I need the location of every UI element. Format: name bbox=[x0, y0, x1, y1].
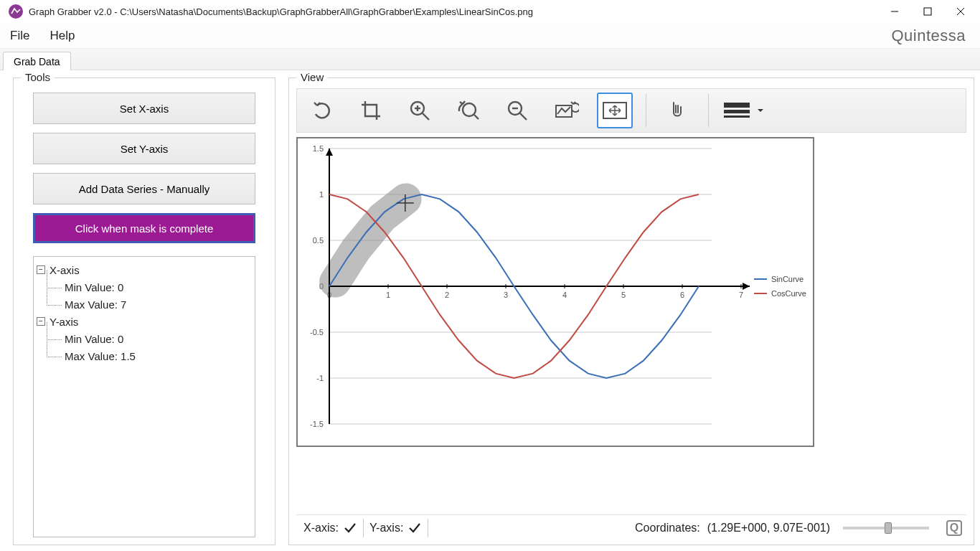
tree-y-axis[interactable]: − Y-axis bbox=[37, 313, 252, 330]
view-legend: View bbox=[296, 71, 328, 83]
set-y-axis-button[interactable]: Set Y-axis bbox=[33, 133, 255, 164]
app-icon bbox=[9, 4, 23, 19]
svg-text:6: 6 bbox=[680, 291, 684, 299]
svg-text:1.5: 1.5 bbox=[313, 144, 324, 153]
svg-rect-16 bbox=[724, 110, 750, 113]
close-button[interactable] bbox=[944, 0, 977, 23]
zoom-out-icon[interactable] bbox=[499, 93, 535, 128]
toolbar-separator bbox=[708, 94, 709, 127]
svg-text:3: 3 bbox=[504, 291, 508, 299]
status-y-label: Y-axis: bbox=[369, 522, 403, 534]
titlebar: Graph Grabber v2.0 - C:\Users\Natasha\Do… bbox=[0, 0, 980, 23]
svg-point-8 bbox=[463, 103, 476, 116]
zoom-in-icon[interactable] bbox=[402, 93, 438, 128]
svg-line-9 bbox=[474, 115, 479, 119]
tabstrip: Grab Data bbox=[0, 49, 980, 70]
svg-line-11 bbox=[520, 113, 527, 120]
brand-logo: Quintessa bbox=[891, 27, 970, 45]
tab-grab-data[interactable]: Grab Data bbox=[3, 52, 71, 70]
mask-complete-button[interactable]: Click when mask is complete bbox=[33, 213, 255, 243]
collapse-icon[interactable]: − bbox=[37, 265, 45, 274]
chart-canvas[interactable]: -1.5-1-0.500.511.501234567SinCurveCosCur… bbox=[296, 137, 814, 447]
quintessa-icon: Q bbox=[946, 520, 962, 536]
zoom-reset-icon[interactable] bbox=[451, 93, 486, 128]
svg-text:-1: -1 bbox=[316, 374, 324, 382]
axis-tree: − X-axis Min Value: 0 Max Value: 7 − Y-a… bbox=[33, 256, 255, 537]
coords-label: Coordinates: bbox=[635, 522, 700, 534]
line-weight-menu-icon[interactable] bbox=[722, 93, 765, 128]
collapse-icon[interactable]: − bbox=[37, 317, 45, 326]
svg-rect-15 bbox=[724, 103, 750, 108]
menubar: File Help Quintessa bbox=[0, 23, 980, 49]
status-x-label: X-axis: bbox=[303, 522, 339, 534]
svg-text:-1.5: -1.5 bbox=[310, 420, 324, 428]
window-title: Graph Grabber v2.0 - C:\Users\Natasha\Do… bbox=[29, 6, 878, 17]
toolbar-separator bbox=[646, 94, 646, 127]
svg-line-5 bbox=[423, 113, 429, 120]
menu-file[interactable]: File bbox=[10, 29, 29, 43]
tree-x-axis[interactable]: − X-axis bbox=[37, 261, 252, 278]
svg-text:-0.5: -0.5 bbox=[310, 328, 324, 336]
refresh-chart-icon[interactable] bbox=[548, 93, 584, 128]
svg-text:CosCurve: CosCurve bbox=[771, 289, 806, 298]
svg-text:SinCurve: SinCurve bbox=[771, 275, 804, 283]
svg-text:2: 2 bbox=[445, 291, 449, 299]
svg-text:4: 4 bbox=[562, 291, 567, 299]
tools-legend: Tools bbox=[21, 71, 55, 83]
view-panel: View bbox=[288, 77, 974, 545]
tree-x-max[interactable]: Max Value: 7 bbox=[47, 296, 252, 313]
svg-text:0.5: 0.5 bbox=[313, 236, 324, 245]
coords-value: (1.29E+000, 9.07E-001) bbox=[707, 522, 830, 534]
maximize-button[interactable] bbox=[911, 0, 944, 23]
svg-rect-17 bbox=[724, 116, 750, 118]
svg-text:5: 5 bbox=[621, 291, 626, 299]
svg-text:1: 1 bbox=[319, 190, 324, 199]
check-icon bbox=[407, 522, 422, 534]
crop-icon[interactable] bbox=[353, 93, 389, 128]
tree-y-min[interactable]: Min Value: 0 bbox=[47, 330, 252, 347]
fit-view-icon[interactable] bbox=[597, 93, 633, 128]
slider-thumb[interactable] bbox=[885, 522, 892, 534]
svg-rect-1 bbox=[924, 8, 931, 15]
view-toolbar bbox=[296, 88, 966, 133]
menu-help[interactable]: Help bbox=[50, 29, 75, 43]
minimize-button[interactable] bbox=[878, 0, 911, 23]
tree-y-max[interactable]: Max Value: 1.5 bbox=[47, 347, 252, 364]
zoom-slider[interactable] bbox=[843, 527, 929, 529]
undo-icon[interactable] bbox=[304, 93, 340, 128]
set-x-axis-button[interactable]: Set X-axis bbox=[33, 93, 255, 124]
tree-x-min[interactable]: Min Value: 0 bbox=[47, 278, 252, 296]
svg-text:7: 7 bbox=[739, 291, 743, 299]
check-icon bbox=[343, 522, 357, 534]
statusbar: X-axis: Y-axis: Coordinates: (1.29E+000,… bbox=[296, 514, 966, 540]
svg-text:1: 1 bbox=[386, 291, 390, 299]
pointer-icon[interactable] bbox=[659, 93, 695, 128]
add-data-series-button[interactable]: Add Data Series - Manually bbox=[33, 173, 255, 204]
tools-panel: Tools Set X-axis Set Y-axis Add Data Ser… bbox=[13, 77, 275, 545]
